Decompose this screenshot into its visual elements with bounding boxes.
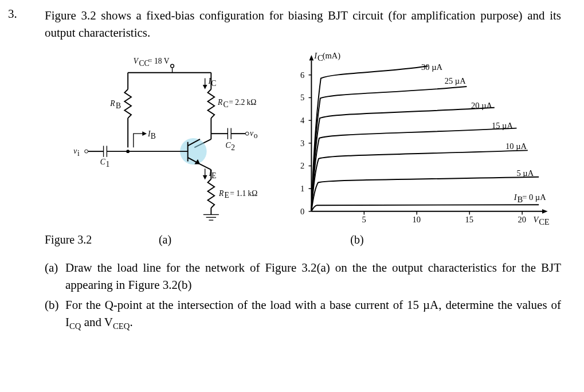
svg-text:v: v	[250, 129, 253, 138]
svg-marker-65	[309, 55, 314, 61]
svg-text:= 18 V: = 18 V	[148, 57, 170, 65]
svg-text:V: V	[134, 57, 139, 65]
svg-text:5: 5	[300, 93, 304, 102]
part-a: (a) Draw the load line for the network o…	[45, 259, 561, 294]
svg-text:15 µA: 15 µA	[492, 121, 513, 130]
svg-text:C: C	[211, 79, 216, 88]
svg-text:5: 5	[362, 215, 366, 224]
circuit-diagram: .wire{stroke:#000;stroke-width:2;fill:no…	[45, 48, 266, 225]
svg-point-0	[171, 64, 174, 68]
svg-point-25	[245, 132, 249, 135]
subfigure-a-label: (a)	[108, 233, 222, 246]
svg-text:o: o	[254, 131, 258, 140]
question-number: 3.	[8, 7, 17, 21]
svg-text:2: 2	[231, 143, 235, 152]
svg-marker-52	[203, 175, 207, 180]
svg-text:R: R	[218, 189, 224, 197]
part-b-letter: (b)	[45, 296, 61, 333]
svg-text:E: E	[225, 191, 229, 199]
svg-text:5 µA: 5 µA	[517, 168, 534, 178]
svg-text:v: v	[73, 147, 77, 155]
svg-text:B: B	[116, 101, 121, 110]
svg-text:4: 4	[300, 116, 305, 125]
svg-text:C: C	[100, 158, 106, 166]
svg-text:R: R	[109, 99, 115, 108]
figures-row: .wire{stroke:#000;stroke-width:2;fill:no…	[45, 48, 561, 231]
question-parts: (a) Draw the load line for the network o…	[45, 259, 561, 333]
output-characteristics-chart: .ax{stroke:#000;stroke-width:2;fill:none…	[284, 48, 561, 231]
svg-text:C: C	[224, 100, 229, 109]
svg-text:1: 1	[300, 184, 304, 193]
svg-point-44	[85, 150, 88, 153]
svg-text:C: C	[225, 141, 231, 150]
svg-text:E: E	[211, 171, 216, 179]
svg-marker-68	[542, 209, 548, 214]
svg-text:B: B	[151, 132, 156, 140]
svg-marker-37	[142, 131, 147, 136]
svg-text:20: 20	[518, 215, 527, 224]
svg-text:R: R	[217, 98, 223, 107]
svg-text:= 1.1 kΩ: = 1.1 kΩ	[230, 189, 257, 197]
svg-text:= 0 µA: = 0 µA	[522, 193, 546, 202]
svg-text:20 µA: 20 µA	[471, 101, 492, 110]
svg-text:2: 2	[300, 161, 304, 170]
subfigure-b-label: (b)	[222, 233, 492, 246]
part-a-text: Draw the load line for the network of Fi…	[65, 259, 561, 294]
part-a-letter: (a)	[45, 259, 61, 294]
intro-text: Figure 3.2 shows a fixed-bias configurat…	[45, 7, 561, 42]
svg-text:1: 1	[105, 160, 109, 168]
figure-label: Figure 3.2	[45, 233, 108, 246]
svg-text:(mA): (mA)	[323, 51, 341, 61]
page: 3. Figure 3.2 shows a fixed-bias configu…	[0, 0, 584, 392]
part-b: (b) For the Q-point at the intersection …	[45, 296, 561, 333]
svg-text:30 µA: 30 µA	[421, 62, 442, 72]
caption-row: Figure 3.2 (a) (b)	[45, 233, 561, 246]
svg-text:0: 0	[300, 207, 304, 216]
svg-text:15: 15	[465, 215, 474, 224]
svg-text:= 2.2 kΩ: = 2.2 kΩ	[229, 98, 256, 107]
svg-text:25 µA: 25 µA	[445, 76, 466, 85]
svg-text:i: i	[77, 149, 80, 158]
svg-marker-16	[203, 85, 207, 89]
svg-text:10 µA: 10 µA	[505, 142, 527, 151]
svg-text:CE: CE	[539, 217, 550, 226]
svg-text:3: 3	[300, 138, 304, 147]
svg-text:6: 6	[300, 70, 304, 79]
svg-text:10: 10	[413, 215, 421, 224]
part-b-text: For the Q-point at the intersection of t…	[65, 296, 561, 333]
